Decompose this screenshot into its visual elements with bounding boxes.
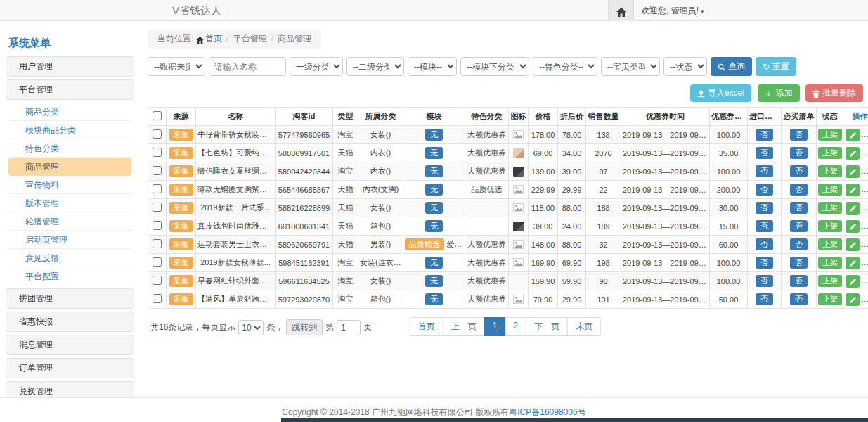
status-badge[interactable]: 上架 [818,220,842,231]
must-buy-toggle[interactable]: 否 [790,165,808,177]
jump-button[interactable]: 跳转到 [286,319,323,335]
row-checkbox[interactable] [153,166,162,175]
edit-button[interactable] [846,257,860,269]
row-checkbox[interactable] [153,184,162,193]
sidebar-item-版本管理[interactable]: 版本管理 [8,194,131,212]
status-badge[interactable]: 上架 [818,257,842,268]
sidebar-group-拼团管理[interactable]: 拼团管理 [6,288,134,309]
sidebar-item-商品管理[interactable]: 商品管理 [8,158,131,176]
home-button[interactable] [608,0,634,21]
imported-toggle[interactable]: 否 [756,202,773,213]
icp-link[interactable]: 粤ICP备16098006号 [509,407,585,417]
edit-button[interactable] [846,129,860,141]
row-checkbox[interactable] [153,239,162,248]
row-checkbox[interactable] [153,129,162,139]
status-badge[interactable]: 上架 [818,275,842,286]
imported-toggle[interactable]: 否 [756,129,773,140]
sidebar-item-启动页管理[interactable]: 启动页管理 [8,231,131,249]
imported-toggle[interactable]: 否 [756,165,773,177]
sidebar-item-平台配置[interactable]: 平台配置 [8,267,131,286]
must-buy-toggle[interactable]: 否 [790,220,808,231]
sidebar-group-平台管理[interactable]: 平台管理 [6,79,134,100]
must-buy-toggle[interactable]: 否 [790,275,808,286]
edit-button[interactable] [846,293,860,306]
per-page-select[interactable]: 10 [238,320,264,335]
edit-icon [849,222,857,231]
reset-button[interactable]: ↻重置 [756,57,796,76]
imported-toggle[interactable]: 否 [756,275,773,286]
sidebar-item-模块商品分类[interactable]: 模块商品分类 [8,121,131,139]
row-checkbox[interactable] [153,257,162,267]
imported-toggle[interactable]: 否 [756,220,773,231]
row-checkbox[interactable] [153,203,162,212]
must-buy-toggle[interactable]: 否 [790,238,808,250]
filter-select-0[interactable]: --数据来源-- [148,57,205,76]
edit-button[interactable] [846,165,860,178]
sidebar-item-意见反馈[interactable]: 意见反馈 [8,249,131,267]
filter-select-6[interactable]: --特色分类-- [533,57,597,76]
sidebar-item-宣传物料[interactable]: 宣传物料 [8,176,131,194]
import-excel-button[interactable]: 导入excel [690,84,751,102]
source-badge: 采集 [169,220,193,231]
page-button-首页[interactable]: 首页 [410,317,443,336]
status-badge[interactable]: 上架 [818,165,842,177]
name-search-input[interactable] [209,57,286,76]
discount-price: 88.00 [558,199,586,217]
source-badge: 采集 [169,202,193,213]
must-buy-toggle[interactable]: 否 [790,184,808,195]
status-badge[interactable]: 上架 [818,129,842,140]
sidebar-group-省惠快报[interactable]: 省惠快报 [6,312,134,332]
row-checkbox[interactable] [153,276,162,285]
module-badge: 无 [425,165,443,177]
must-buy-toggle[interactable]: 否 [790,293,808,305]
must-buy-toggle[interactable]: 否 [790,129,808,140]
row-checkbox[interactable] [153,221,162,230]
row-checkbox[interactable] [153,148,162,157]
sidebar-group-订单管理[interactable]: 订单管理 [6,358,134,378]
imported-toggle[interactable]: 否 [756,257,773,268]
edit-button[interactable] [846,238,860,251]
page-button-上一页[interactable]: 上一页 [443,317,485,336]
search-button[interactable]: 查询 [711,57,752,76]
must-buy-toggle[interactable]: 否 [790,147,808,158]
row-checkbox[interactable] [153,294,162,303]
page-button-下一页[interactable]: 下一页 [526,317,568,336]
sidebar-item-特色分类[interactable]: 特色分类 [8,139,131,158]
user-menu[interactable]: 欢迎您, 管理员!▾ [641,0,704,22]
status-badge[interactable]: 上架 [818,202,842,213]
filter-select-8[interactable]: --状态-- [663,57,707,76]
page-button-1[interactable]: 1 [484,317,506,336]
edit-button[interactable] [846,220,860,233]
jump-page-input[interactable] [337,320,361,335]
page-button-2[interactable]: 2 [505,317,527,336]
edit-button[interactable] [846,275,860,288]
breadcrumb-home-link[interactable]: 首页 [205,34,222,44]
must-buy-toggle[interactable]: 否 [790,202,808,213]
imported-toggle[interactable]: 否 [756,184,773,195]
status-badge[interactable]: 上架 [818,238,842,250]
filter-select-7[interactable]: --宝贝类型-- [601,57,660,76]
filter-select-5[interactable]: --模块下分类-- [460,57,529,76]
status-badge[interactable]: 上架 [818,147,842,158]
select-all-checkbox[interactable] [153,111,162,120]
add-button[interactable]: ＋ 添加 [758,84,800,102]
status-badge[interactable]: 上架 [818,184,842,195]
sidebar-item-轮播管理[interactable]: 轮播管理 [8,212,131,231]
filter-select-2[interactable]: 一级分类 [290,57,343,76]
sidebar-group-用户管理[interactable]: 用户管理 [6,56,134,77]
must-buy-toggle[interactable]: 否 [790,257,808,268]
filter-select-4[interactable]: --模块-- [408,57,457,76]
imported-toggle[interactable]: 否 [756,147,773,158]
filter-select-3[interactable]: --二级分类-- [346,57,404,76]
edit-button[interactable] [846,202,860,215]
imported-toggle[interactable]: 否 [756,293,773,305]
edit-button[interactable] [846,147,860,160]
edit-button[interactable] [846,184,860,196]
imported-toggle[interactable]: 否 [756,238,773,250]
sidebar-group-消息管理[interactable]: 消息管理 [6,335,134,355]
batch-delete-button[interactable]: 批量删除 [805,84,863,102]
import-excel-label: 导入excel [708,87,744,99]
page-button-末页[interactable]: 末页 [567,317,601,336]
status-badge[interactable]: 上架 [818,293,842,305]
sidebar-item-商品分类[interactable]: 商品分类 [8,103,131,121]
